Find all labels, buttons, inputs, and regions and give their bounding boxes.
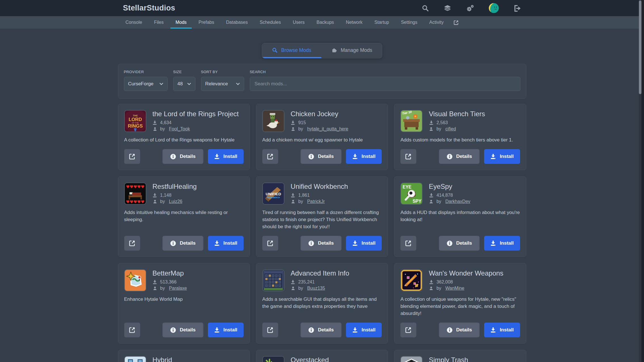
nav-tab-mods[interactable]: Mods	[170, 16, 193, 29]
mod-author-link[interactable]: Paralaxe	[169, 286, 187, 291]
details-button[interactable]: Details	[162, 236, 203, 251]
chevron-down-icon	[236, 82, 240, 86]
info-icon	[447, 154, 453, 160]
details-button[interactable]: Details	[301, 323, 341, 337]
details-button[interactable]: Details	[439, 149, 480, 164]
avatar[interactable]	[489, 3, 499, 13]
details-button[interactable]: Details	[301, 236, 341, 251]
install-button[interactable]: Install	[484, 323, 520, 337]
mod-author-link[interactable]: Buuz135	[307, 286, 325, 291]
svg-text:SPY: SPY	[413, 199, 422, 204]
details-button[interactable]: Details	[301, 149, 341, 164]
mod-icon-eye-spy: EYESPY	[400, 183, 423, 205]
external-link-button[interactable]	[400, 323, 416, 337]
download-count-icon	[291, 120, 295, 125]
layers-icon[interactable]	[443, 5, 452, 12]
mod-card-header: 9999 Overstacked 215,167 by DarkhaxDev	[262, 356, 382, 362]
scrollbar-track[interactable]	[639, 0, 641, 362]
mod-downloads: 513,366	[160, 280, 177, 285]
install-button[interactable]: Install	[208, 149, 244, 164]
install-button[interactable]: Install	[346, 236, 382, 251]
size-label: SIZE	[173, 70, 195, 74]
install-download-icon	[490, 240, 496, 246]
author-icon	[153, 286, 157, 291]
sign-out-icon[interactable]	[513, 4, 521, 12]
topbar-icons	[422, 3, 521, 13]
mod-author-link[interactable]: hytale_it_outta_here	[307, 126, 348, 132]
mod-card: ♥♥♥♥♥♥♥♥♥♥ RestfulHealing 1,148 by Luiz2…	[118, 176, 250, 257]
install-download-icon	[352, 240, 358, 246]
details-button[interactable]: Details	[162, 323, 203, 337]
install-button[interactable]: Install	[346, 149, 382, 164]
nav-tab-backups[interactable]: Backups	[311, 16, 340, 29]
svg-text:UNIFIED: UNIFIED	[266, 192, 281, 196]
mod-author-link[interactable]: PatrickJr	[307, 199, 325, 204]
install-button[interactable]: Install	[484, 149, 520, 164]
search-icon[interactable]	[422, 5, 429, 12]
nav-tab-databases[interactable]: Databases	[220, 16, 254, 29]
details-button-label: Details	[318, 154, 334, 159]
external-link-button[interactable]	[124, 149, 140, 164]
install-button[interactable]: Install	[208, 323, 244, 337]
info-icon	[170, 154, 176, 160]
mod-downloads: 1,148	[160, 193, 172, 198]
external-link-icon	[129, 240, 136, 247]
mod-card-header: EYESPY EyeSpy 414,878 by DarkhaxDev	[400, 183, 520, 205]
scrollbar-thumb[interactable]	[639, 1, 641, 94]
mod-author-link[interactable]: DarkhaxDev	[445, 199, 470, 204]
mod-downloads-row: 1,148	[153, 193, 197, 198]
mod-author-link[interactable]: Fool_Took	[169, 126, 190, 132]
external-link-button[interactable]	[262, 323, 278, 337]
provider-select[interactable]: CurseForge	[124, 77, 168, 91]
info-icon	[170, 240, 176, 246]
details-button[interactable]: Details	[439, 323, 480, 337]
mod-description: Adds a searchable GUI that displays all …	[262, 296, 382, 310]
external-link-button[interactable]	[262, 236, 278, 251]
nav-tab-startup[interactable]: Startup	[368, 16, 395, 29]
details-button[interactable]: Details	[439, 236, 480, 251]
mod-icon-bench-tiers: Tier 10	[400, 110, 423, 132]
mod-description: Add a chicken mount w/ egg spawner to Hy…	[262, 136, 382, 143]
nav-tab-activity[interactable]: Activity	[423, 16, 450, 29]
mod-author-link[interactable]: WanMine	[445, 286, 464, 291]
download-count-icon	[429, 193, 434, 198]
author-icon	[291, 127, 295, 131]
nav-tab-users[interactable]: Users	[287, 16, 311, 29]
details-button[interactable]: Details	[162, 149, 203, 164]
install-button[interactable]: Install	[484, 236, 520, 251]
mod-author-prefix: by	[298, 126, 304, 132]
sort-select[interactable]: Relevance	[201, 77, 244, 91]
external-link-button[interactable]	[400, 236, 416, 251]
nav-tab-prefabs[interactable]: Prefabs	[193, 16, 220, 29]
details-button-label: Details	[180, 154, 196, 159]
browse-mods-label: Browse Mods	[281, 47, 311, 53]
mod-downloads-row: 414,878	[429, 193, 470, 198]
external-link-icon	[267, 240, 274, 247]
external-link-icon[interactable]	[453, 20, 459, 25]
external-link-button[interactable]	[400, 149, 416, 164]
mod-author-link[interactable]: Luiz26	[169, 199, 182, 204]
size-select[interactable]: 48	[173, 77, 195, 91]
manage-mods-label: Manage Mods	[341, 47, 372, 53]
nav-tab-schedules[interactable]: Schedules	[254, 16, 287, 29]
tab-manage-mods[interactable]: Manage Mods	[321, 43, 382, 58]
nav-tab-settings[interactable]: Settings	[395, 16, 423, 29]
install-button[interactable]: Install	[208, 236, 244, 251]
nav-tab-network[interactable]: Network	[340, 16, 369, 29]
mod-title: Wan's Wonder Weapons	[429, 269, 503, 277]
external-link-button[interactable]	[124, 236, 140, 251]
search-input[interactable]	[250, 77, 520, 91]
tab-browse-mods[interactable]: Browse Mods	[262, 43, 321, 58]
mod-card-header: Simply Trash 197,131 by Jaredlll08	[400, 356, 520, 362]
external-link-button[interactable]	[262, 149, 278, 164]
install-button[interactable]: Install	[346, 323, 382, 337]
mod-author-link[interactable]: cified	[445, 126, 456, 132]
nav-tab-console[interactable]: Console	[120, 16, 148, 29]
mod-title: Overstacked	[291, 356, 332, 362]
install-button-label: Install	[223, 327, 237, 333]
nav-tab-files[interactable]: Files	[148, 16, 170, 29]
external-link-button[interactable]	[124, 323, 140, 337]
mod-icon-unified-workbench: UNIFIEDWORKBENCH	[262, 183, 284, 205]
nav-bar: ConsoleFilesModsPrefabsDatabasesSchedule…	[0, 16, 644, 29]
gears-icon[interactable]	[466, 4, 474, 12]
